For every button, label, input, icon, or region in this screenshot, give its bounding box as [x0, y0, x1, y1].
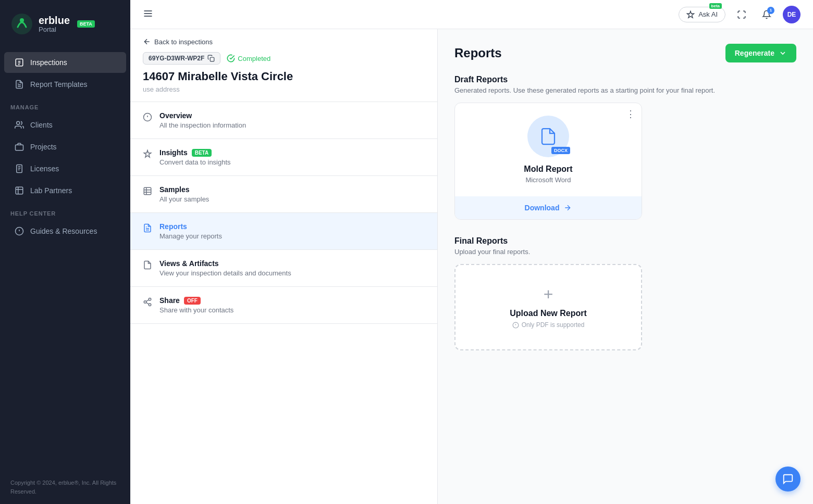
clients-icon: [15, 120, 24, 130]
chat-bubble-button[interactable]: [775, 467, 800, 492]
overview-desc: All the inspection information: [159, 121, 246, 129]
regenerate-button[interactable]: Regenerate: [725, 44, 796, 62]
upload-hint: Only PDF is supported: [512, 321, 585, 329]
nav-item-reports[interactable]: Reports Manage your reports: [130, 213, 437, 250]
reports-desc: Manage your reports: [159, 232, 222, 240]
right-panel: Reports Regenerate Draft Reports Generat…: [438, 29, 813, 504]
lab-partners-icon: [15, 186, 24, 195]
svg-rect-6: [16, 145, 23, 150]
ask-ai-button[interactable]: Ask AI beta: [679, 7, 725, 22]
notification-count: 1: [767, 7, 774, 14]
reports-icon: [143, 223, 152, 235]
svg-point-1: [20, 18, 24, 22]
insights-beta-badge: BETA: [192, 149, 212, 157]
views-artifacts-title: Views & Artifacts: [159, 259, 291, 268]
back-to-inspections-link[interactable]: Back to inspections: [130, 29, 437, 52]
right-panel-header: Reports Regenerate: [454, 44, 796, 62]
docx-icon-wrapper: DOCX: [527, 116, 569, 157]
insights-icon: [143, 149, 152, 161]
inspection-id-row: 69YG-D3WR-WP2F Completed: [143, 52, 425, 65]
help-section-label: HELP CENTER: [0, 202, 130, 220]
samples-icon: [143, 186, 152, 198]
guides-icon: [15, 226, 24, 236]
upload-zone[interactable]: + Upload New Report Only PDF is supporte…: [454, 264, 642, 350]
report-card: ⋮ DOCX Mold Report Microsoft Word Downlo…: [454, 103, 642, 220]
inspection-status: Completed: [227, 54, 270, 62]
sidebar-item-inspections-label: Inspections: [30, 58, 67, 67]
inspection-id-badge: 69YG-D3WR-WP2F: [143, 52, 220, 65]
svg-line-24: [146, 300, 149, 301]
fullscreen-button[interactable]: [733, 6, 750, 23]
left-panel: Back to inspections 69YG-D3WR-WP2F Compl…: [130, 29, 438, 504]
ask-ai-beta-badge: beta: [709, 3, 722, 9]
report-card-body: ⋮ DOCX Mold Report Microsoft Word: [455, 103, 642, 196]
report-templates-icon: [15, 80, 24, 89]
sidebar-item-inspections[interactable]: Inspections: [4, 52, 126, 73]
fullscreen-icon: [737, 10, 746, 19]
copy-icon[interactable]: [207, 55, 215, 62]
nav-item-views-artifacts[interactable]: Views & Artifacts View your inspection d…: [130, 250, 437, 287]
sidebar-item-lab-partners[interactable]: Lab Partners: [4, 180, 126, 201]
chevron-down-icon: [779, 49, 787, 57]
sidebar-item-report-templates[interactable]: Report Templates: [4, 74, 126, 95]
topbar-right: Ask AI beta 1 DE: [679, 6, 800, 23]
menu-icon[interactable]: [143, 8, 153, 21]
sidebar: erblue Portal BETA Inspections Report Te…: [0, 0, 130, 504]
logo-area: erblue Portal BETA: [0, 0, 130, 46]
share-title: Share: [159, 296, 180, 305]
inspection-nav-menu: Overview All the inspection information …: [130, 102, 437, 324]
final-reports-title: Final Reports: [454, 236, 796, 246]
licenses-icon: [15, 164, 24, 173]
sidebar-nav: Inspections Report Templates MANAGE Clie…: [0, 46, 130, 470]
nav-item-share[interactable]: Share OFF Share with your contacts: [130, 287, 437, 324]
nav-item-overview[interactable]: Overview All the inspection information: [130, 102, 437, 139]
info-icon: [143, 112, 152, 124]
svg-point-20: [149, 298, 151, 301]
final-reports-desc: Upload your final reports.: [454, 248, 796, 256]
draft-reports-desc: Generated reports. Use these generated r…: [454, 86, 796, 94]
check-circle-icon: [227, 54, 235, 62]
sidebar-item-report-templates-label: Report Templates: [30, 80, 87, 89]
samples-title: Samples: [159, 185, 209, 194]
svg-line-23: [146, 303, 149, 304]
report-card-type: Microsoft Word: [525, 176, 571, 184]
draft-reports-title: Draft Reports: [454, 75, 796, 84]
svg-point-5: [17, 121, 20, 124]
notifications-button[interactable]: 1: [758, 6, 775, 23]
user-avatar[interactable]: DE: [783, 6, 800, 23]
sparkle-icon: [686, 10, 695, 19]
docx-format-badge: DOCX: [551, 147, 570, 154]
logo-icon: [10, 12, 33, 35]
share-desc: Share with your contacts: [159, 306, 233, 314]
views-artifacts-desc: View your inspection details and documen…: [159, 269, 291, 277]
sidebar-item-projects[interactable]: Projects: [4, 136, 126, 157]
arrow-left-icon: [143, 37, 151, 46]
sidebar-item-licenses[interactable]: Licenses: [4, 158, 126, 179]
sidebar-item-clients-label: Clients: [30, 121, 53, 129]
samples-desc: All your samples: [159, 195, 209, 203]
reports-panel-title: Reports: [454, 46, 502, 60]
svg-rect-13: [211, 57, 215, 61]
nav-item-insights[interactable]: Insights BETA Convert data to insights: [130, 139, 437, 176]
views-icon: [143, 260, 152, 272]
sidebar-item-lab-partners-label: Lab Partners: [30, 186, 72, 195]
chat-icon: [782, 473, 794, 485]
arrow-right-icon: [563, 204, 572, 212]
insights-desc: Convert data to insights: [159, 158, 231, 166]
document-icon: [539, 127, 558, 146]
reports-title: Reports: [159, 222, 222, 231]
share-off-badge: OFF: [184, 297, 201, 305]
sidebar-item-guides-label: Guides & Resources: [30, 227, 97, 235]
svg-rect-17: [144, 187, 151, 195]
svg-point-22: [149, 304, 151, 306]
download-button[interactable]: Download: [455, 196, 642, 219]
sidebar-item-guides[interactable]: Guides & Resources: [4, 221, 126, 242]
sidebar-item-clients[interactable]: Clients: [4, 115, 126, 135]
card-menu-button[interactable]: ⋮: [626, 109, 635, 119]
nav-item-samples[interactable]: Samples All your samples: [130, 176, 437, 213]
sidebar-item-projects-label: Projects: [30, 143, 57, 151]
content-area: Back to inspections 69YG-D3WR-WP2F Compl…: [130, 29, 813, 504]
share-icon: [143, 297, 152, 309]
inspection-header: 69YG-D3WR-WP2F Completed 14607 Mirabelle…: [130, 52, 437, 102]
topbar-left: [143, 8, 153, 21]
